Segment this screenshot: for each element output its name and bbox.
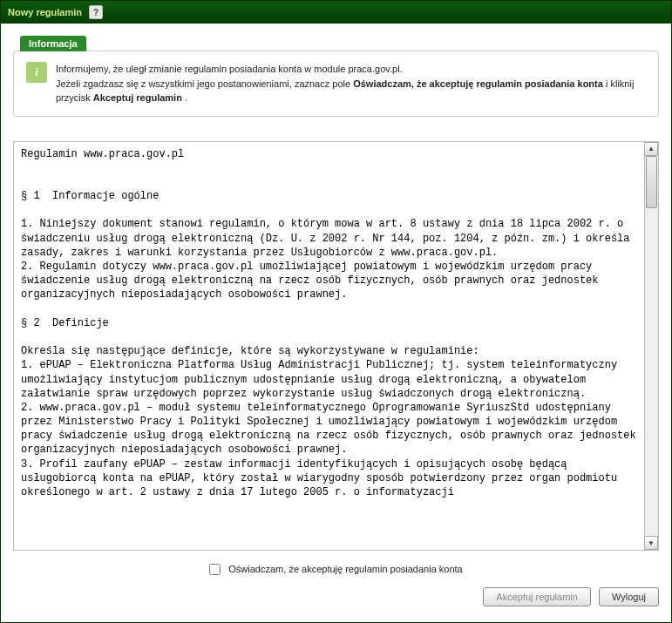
info-text: Informujemy, że uległ zmianie regulamin … [56, 62, 646, 105]
titlebar: Nowy regulamin ? [1, 1, 671, 24]
regulations-text[interactable]: Regulamin www.praca.gov.pl § 1 Informacj… [14, 142, 644, 551]
info-line2e: . [182, 92, 187, 103]
button-row: Akceptuj regulamin Wyloguj [13, 584, 659, 610]
info-bold1: Oświadczam, że akceptuję regulamin posia… [353, 78, 603, 89]
scroll-thumb[interactable] [646, 156, 657, 208]
help-button[interactable]: ? [89, 5, 103, 19]
content-area: Informacja i Informujemy, że uległ zmian… [1, 24, 671, 622]
info-line2a: Jeżeli zgadzasz się z wszystkimi jego po… [56, 78, 353, 89]
info-bold2: Akceptuj regulamin [93, 92, 182, 103]
scrollbar[interactable]: ▲ ▼ [644, 142, 658, 551]
accept-button[interactable]: Akceptuj regulamin [483, 587, 591, 606]
dialog-window: Nowy regulamin ? Informacja i Informujem… [0, 0, 672, 623]
regulations-container: Regulamin www.praca.gov.pl § 1 Informacj… [13, 141, 659, 552]
info-tab-wrap: Informacja [20, 36, 659, 51]
info-icon: i [26, 62, 47, 83]
accept-checkbox[interactable] [209, 564, 221, 575]
scroll-down-button[interactable]: ▼ [644, 536, 658, 550]
info-tab: Informacja [20, 36, 86, 51]
logout-button[interactable]: Wyloguj [599, 587, 659, 606]
info-panel: i Informujemy, że uległ zmianie regulami… [13, 51, 659, 117]
accept-checkbox-label[interactable]: Oświadczam, że akceptuję regulamin posia… [228, 565, 462, 575]
checkbox-row: Oświadczam, że akceptuję regulamin posia… [13, 551, 659, 584]
window-title: Nowy regulamin [8, 7, 82, 17]
info-line1: Informujemy, że uległ zmianie regulamin … [56, 64, 403, 74]
scroll-up-button[interactable]: ▲ [644, 142, 658, 156]
